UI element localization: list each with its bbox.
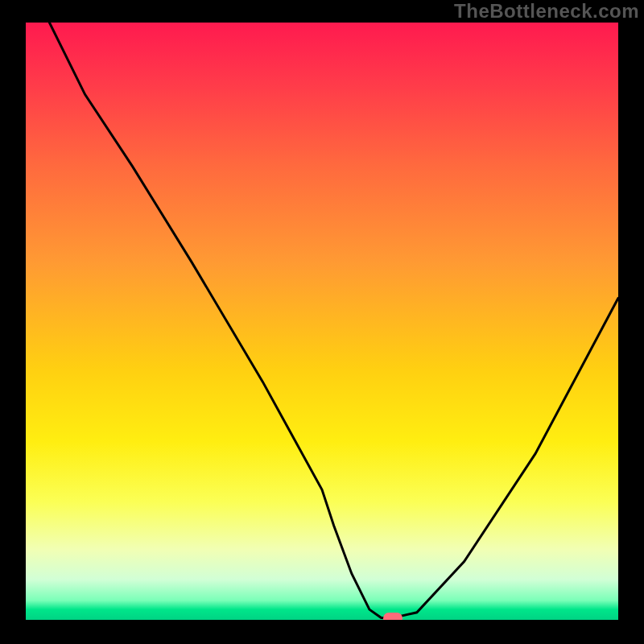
watermark-text: TheBottleneck.com: [454, 0, 639, 23]
chart-frame: TheBottleneck.com: [0, 0, 644, 644]
axis-floor: [26, 620, 618, 621]
curve-path: [49, 23, 618, 618]
plot-area: [26, 23, 618, 621]
bottleneck-curve: [26, 23, 618, 621]
